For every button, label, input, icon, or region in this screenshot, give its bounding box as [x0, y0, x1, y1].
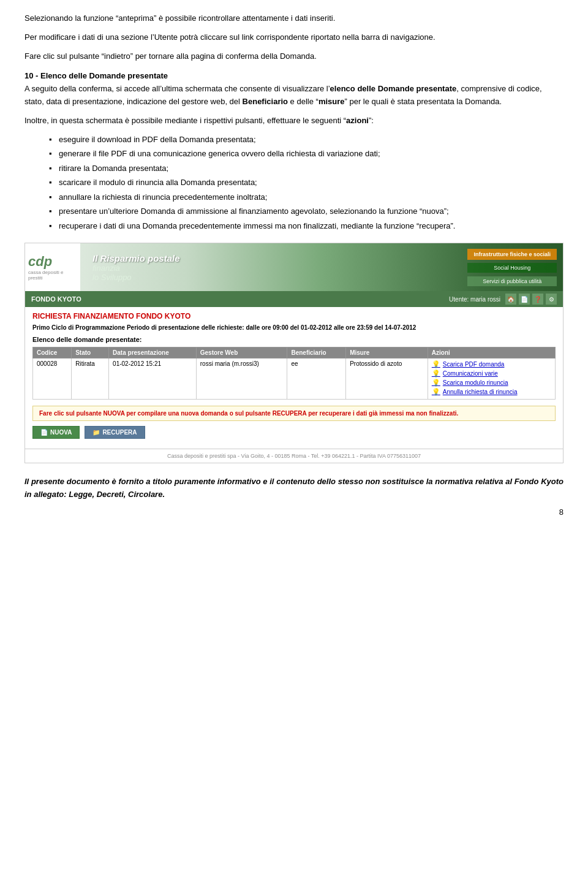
recupera-label: RECUPERA [102, 429, 137, 436]
nav-bar-title: FONDO KYOTO [31, 295, 81, 303]
nav-icon-3[interactable]: ❓ [532, 294, 543, 305]
table-header: Data presentazione [109, 347, 197, 359]
date-start: 01-02-2012 [301, 324, 332, 331]
list-item: eseguire il download in PDF della Domand… [49, 134, 564, 146]
nav-bar: FONDO KYOTO Utente: maria rossi 🏠 📄 ❓ ⚙ [25, 291, 563, 307]
actions-list: eseguire il download in PDF della Domand… [49, 134, 564, 232]
content-area: RICHIESTA FINANZIAMENTO FONDO KYOTO Prim… [25, 307, 563, 449]
table-cell-actions: 💡 Scarica PDF domanda💡 Comunicazioni var… [428, 359, 555, 400]
section-10-body3: e delle “ [288, 97, 318, 106]
bulb-icon: 💡 [432, 388, 440, 396]
recupera-button[interactable]: 📁 RECUPERA [85, 426, 145, 439]
user-label: Utente: maria rossi [449, 296, 500, 303]
bulb-icon: 💡 [432, 370, 440, 378]
section-10-heading: 10 - Elenco delle Domande presentate [24, 71, 564, 80]
cdp-social-housing-panel: Social Housing [467, 263, 557, 273]
list-item: presentare un’ulteriore Domanda di ammis… [49, 205, 564, 218]
nav-icons: 🏠 📄 ❓ ⚙ [505, 294, 557, 305]
table-header: Codice [33, 347, 72, 359]
cdp-center-text: Il Risparmio postale finanzia lo Svilupp… [80, 243, 461, 291]
table-cell: 01-02-2012 15:21 [109, 359, 197, 400]
table-header: Misure [346, 347, 428, 359]
cdp-servizi-panel: Servizi di pubblica utilità [467, 276, 557, 286]
cdp-logo-sub: cassa depositi e prestiti [28, 270, 77, 281]
section-10-bold2: Beneficiario [243, 97, 288, 106]
recupera-highlight: RECUPERA [273, 410, 307, 417]
action-link[interactable]: 💡 Annulla richiesta di rinuncia [432, 388, 551, 396]
primo-ciclo: Primo Ciclo di Programmazione Periodo di… [32, 324, 556, 331]
bottom-note-text: Fare clic sul pulsante NUOVA per compila… [39, 410, 458, 417]
table-cell: Protossido di azoto [346, 359, 428, 400]
cdp-header: cdp cassa depositi e prestiti Il Risparm… [25, 243, 563, 291]
section-10-body1: A seguito della conferma, si accede all’… [24, 84, 330, 93]
closing-note: Il presente documento è fornito a titolo… [24, 476, 564, 501]
elenco-title: Elenco delle domande presentate: [32, 336, 556, 343]
paragraph-2: Per modificare i dati di una sezione l’U… [24, 31, 564, 44]
table-header: Beneficiario [287, 347, 346, 359]
action-link[interactable]: 💡 Comunicazioni varie [432, 370, 551, 378]
section-10-body4: ” per le quali è stata presentata la Dom… [345, 97, 502, 106]
list-item: generare il file PDF di una comunicazion… [49, 148, 564, 160]
paragraph-1: Selezionando la funzione “anteprima” è p… [24, 12, 564, 25]
nav-icon-2[interactable]: 📄 [519, 294, 530, 305]
recupera-icon: 📁 [92, 429, 100, 436]
cdp-footer: Cassa depositi e prestiti spa - Via Goit… [25, 449, 563, 463]
cdp-right-panels: Infrastrutture fisiche e sociali Social … [461, 243, 563, 291]
nuova-label: NUOVA [50, 429, 72, 436]
table-header: Gestore Web [196, 347, 287, 359]
nuova-button[interactable]: 📄 NUOVA [32, 426, 80, 439]
nuova-icon: 📄 [40, 429, 48, 436]
cdp-center-sub3: lo Sviluppo [92, 273, 461, 282]
table-cell: rossi maria (m.rossi3) [196, 359, 287, 400]
domande-table: CodiceStatoData presentazioneGestore Web… [32, 347, 556, 400]
page-number: 8 [24, 507, 564, 517]
table-header: Azioni [428, 347, 555, 359]
screenshot-box: cdp cassa depositi e prestiti Il Risparm… [24, 243, 564, 463]
nav-icon-1[interactable]: 🏠 [505, 294, 516, 305]
button-row: 📄 NUOVA 📁 RECUPERA [32, 426, 556, 439]
list-item: recuperare i dati di una Domanda precede… [49, 220, 564, 232]
table-cell: ee [287, 359, 346, 400]
cdp-logo-area: cdp cassa depositi e prestiti [25, 243, 80, 291]
section-10-para2: Inoltre, in questa schermata è possibile… [24, 115, 564, 127]
nuova-highlight: NUOVA [103, 410, 124, 417]
nav-icon-4[interactable]: ⚙ [546, 294, 557, 305]
list-item: scaricare il modulo di rinuncia alla Dom… [49, 176, 564, 189]
action-link[interactable]: 💡 Scarica modulo rinuncia [432, 379, 551, 387]
cdp-center-main: Il Risparmio postale [92, 253, 461, 264]
list-item: ritirare la Domanda presentata; [49, 162, 564, 175]
bottom-note: Fare clic sul pulsante NUOVA per compila… [32, 406, 556, 421]
section-10-bold1: elenco delle Domande presentate [330, 84, 457, 93]
action-link[interactable]: 💡 Scarica PDF domanda [432, 360, 551, 368]
table-cell: Ritirata [72, 359, 109, 400]
page-title: RICHIESTA FINANZIAMENTO FONDO KYOTO [32, 312, 556, 321]
cdp-center-sub2: finanzia [92, 264, 461, 273]
table-header: Stato [72, 347, 109, 359]
paragraph-3: Fare clic sul pulsante “indietro” per to… [24, 50, 564, 63]
bulb-icon: 💡 [432, 379, 440, 387]
table-row: 000028Ritirata01-02-2012 15:21rossi mari… [33, 359, 556, 400]
list-item: annullare la richiesta di rinuncia prece… [49, 191, 564, 203]
table-cell: 000028 [33, 359, 72, 400]
cdp-logo-brand: cdp [28, 254, 77, 270]
nav-bar-right: Utente: maria rossi 🏠 📄 ❓ ⚙ [449, 294, 557, 305]
bulb-icon: 💡 [432, 360, 440, 368]
cdp-infrastrutture-panel: Infrastrutture fisiche e sociali [467, 249, 557, 260]
date-end: 14-07-2012 [385, 324, 416, 331]
section-10-bold3: misure [318, 97, 345, 106]
section-10-body: A seguito della conferma, si accede all’… [24, 83, 564, 108]
